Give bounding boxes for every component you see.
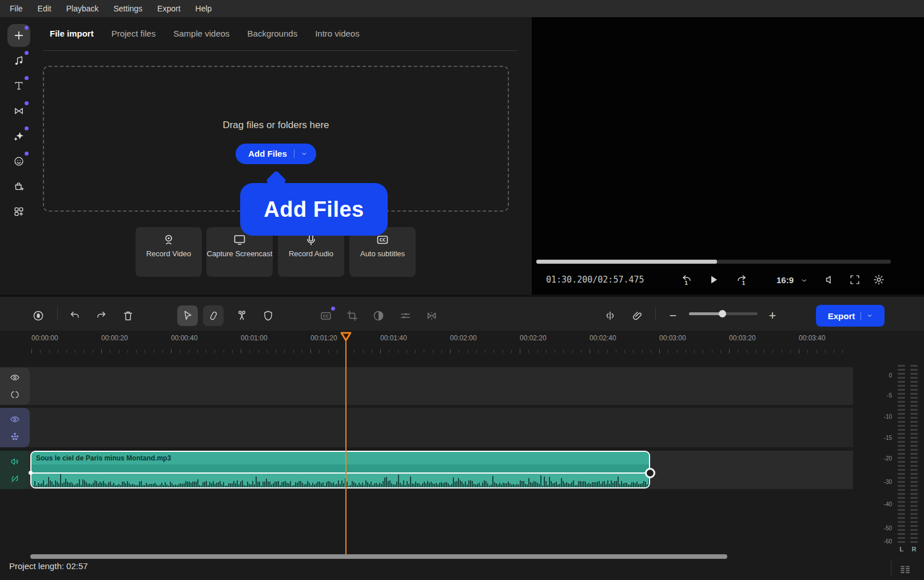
meter-led — [910, 473, 918, 475]
menu-item-help[interactable]: Help — [188, 4, 220, 13]
eye-icon[interactable] — [9, 413, 21, 426]
volume-line-end-handle[interactable] — [645, 468, 655, 478]
attach-button[interactable] — [627, 305, 648, 326]
waveform-bar — [465, 482, 466, 487]
link-icon[interactable] — [9, 388, 21, 401]
mute-button[interactable] — [823, 273, 837, 287]
menu-item-edit[interactable]: Edit — [30, 4, 59, 13]
cursor-tool-button[interactable] — [177, 305, 198, 326]
menu-item-export[interactable]: Export — [150, 4, 188, 13]
export-button[interactable]: Export — [816, 305, 885, 327]
meter-led — [910, 441, 918, 443]
meter-led — [910, 469, 918, 471]
waveform-bar — [238, 484, 240, 487]
zoom-in-button[interactable]: + — [762, 305, 783, 326]
waveform-bar — [242, 480, 243, 487]
meter-led — [898, 453, 905, 455]
record-video-button[interactable]: Record Video — [136, 227, 202, 277]
rail-templates-button[interactable] — [7, 200, 30, 223]
rail-add-media-button[interactable] — [7, 24, 30, 47]
audio-clip[interactable]: Sous le ciel de Paris minus Montand.mp3 — [30, 451, 650, 488]
waveform-bar — [477, 484, 478, 487]
audio-levels-button[interactable] — [898, 562, 913, 577]
tab-intro-videos[interactable]: Intro videos — [315, 29, 360, 38]
scissors-tool-button[interactable] — [232, 305, 252, 326]
chevron-down-icon[interactable] — [801, 277, 807, 284]
card-label: Auto subtitles — [360, 249, 405, 259]
eye-icon[interactable] — [9, 371, 21, 384]
waveform-bar — [415, 482, 416, 487]
ruler-tick — [459, 350, 459, 353]
rail-music-audio-button[interactable] — [7, 49, 30, 72]
playhead-pin[interactable] — [340, 332, 352, 342]
tab-file-import[interactable]: File import — [50, 29, 94, 38]
waveform-bar — [616, 481, 617, 487]
waveform-bar — [443, 483, 444, 487]
timeline-ruler[interactable]: 00:00:0000:00:2000:00:4000:01:0000:01:20… — [0, 331, 924, 359]
adjust-tool-button[interactable] — [395, 305, 416, 326]
ruler-tick — [441, 350, 442, 353]
razor-tool-button[interactable] — [203, 305, 224, 326]
menu-item-settings[interactable]: Settings — [106, 4, 150, 13]
menu-item-file[interactable]: File — [2, 4, 30, 13]
card-label: Record Video — [146, 249, 192, 259]
cc-tool-button[interactable]: CC — [316, 305, 336, 326]
link-slash-icon[interactable] — [9, 472, 21, 485]
volume-line-start-handle[interactable] — [29, 471, 33, 475]
ruler-tick — [93, 350, 93, 353]
video-track-header — [0, 367, 30, 405]
rail-brand-kit-button[interactable] — [7, 175, 30, 198]
rail-text-button[interactable] — [7, 74, 30, 97]
zoom-out-button[interactable]: − — [663, 305, 683, 326]
waveform-bar — [355, 483, 356, 487]
sparkles-icon — [13, 130, 25, 142]
ruler-tick — [555, 350, 555, 353]
rail-transitions-button[interactable] — [7, 100, 30, 122]
waveform-bar — [398, 475, 399, 487]
waveform-bar — [298, 481, 300, 487]
preview-seekbar[interactable] — [536, 260, 891, 264]
forward-frame-button[interactable]: 1 — [735, 273, 748, 287]
menu-item-playback[interactable]: Playback — [59, 4, 106, 13]
ruler-tick — [528, 350, 529, 353]
tab-backgrounds[interactable]: Backgrounds — [248, 29, 298, 38]
waveform-bar — [362, 483, 363, 487]
mix-button[interactable] — [600, 305, 620, 326]
undo-tool-button[interactable] — [65, 305, 85, 326]
transition-tool-button[interactable] — [421, 305, 442, 326]
fullscreen-button[interactable] — [848, 273, 862, 287]
tab-sample-videos[interactable]: Sample videos — [173, 29, 229, 38]
aspect-ratio-select[interactable]: 16:9 — [776, 275, 794, 285]
waveform-bar — [556, 482, 557, 487]
rail-effects-button[interactable] — [7, 125, 30, 148]
rail-stickers-button[interactable] — [7, 150, 30, 173]
playhead-line[interactable] — [345, 332, 346, 554]
crop-tool-button[interactable] — [342, 305, 363, 326]
waveform-bar — [511, 484, 512, 487]
clip-mid-band — [31, 464, 649, 472]
waveform-bar — [173, 485, 174, 487]
chevron-down-icon[interactable] — [867, 313, 873, 319]
back-frame-button[interactable]: 1 — [680, 273, 694, 287]
timeline-scrollbar[interactable] — [30, 554, 727, 559]
tab-project-files[interactable]: Project files — [111, 29, 156, 38]
waveform-bar — [110, 482, 111, 487]
speaker-waves-icon[interactable] — [9, 455, 21, 468]
waveform-bar — [221, 484, 222, 487]
video-track-row — [0, 367, 853, 405]
trash-tool-button[interactable] — [118, 305, 138, 326]
contrast-tool-button[interactable] — [368, 305, 389, 326]
zoom-slider-knob[interactable] — [719, 310, 726, 317]
pixel-icon[interactable] — [9, 430, 21, 443]
play-button[interactable] — [707, 273, 720, 287]
redo-tool-button[interactable] — [91, 305, 111, 326]
add-files-button[interactable]: Add Files — [236, 144, 316, 164]
waveform-bar — [130, 484, 132, 487]
chevron-down-icon[interactable] — [301, 151, 307, 157]
settings-button[interactable] — [872, 273, 886, 287]
waveform-bar — [218, 482, 219, 488]
record-tool-button[interactable] — [28, 305, 49, 326]
meter-led — [898, 441, 905, 443]
shield-tool-button[interactable] — [258, 305, 278, 326]
ruler-tick — [493, 350, 494, 353]
